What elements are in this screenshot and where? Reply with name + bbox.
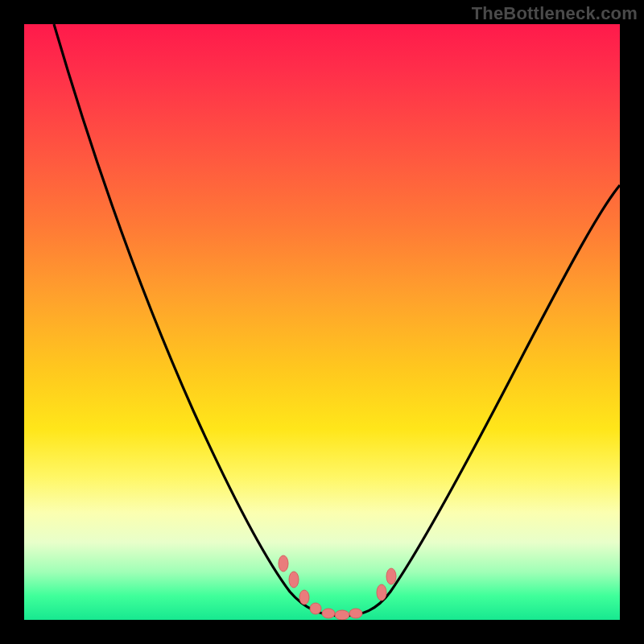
plot-area — [24, 24, 620, 620]
bottleneck-curve-path — [54, 24, 620, 616]
highlight-cluster — [279, 555, 396, 620]
outer-frame: TheBottleneck.com — [0, 0, 644, 644]
svg-point-2 — [299, 590, 309, 605]
svg-point-1 — [289, 572, 299, 588]
svg-point-0 — [279, 555, 288, 572]
svg-point-8 — [386, 568, 396, 584]
svg-point-6 — [349, 609, 362, 618]
watermark-text: TheBottleneck.com — [472, 3, 638, 24]
svg-point-3 — [310, 603, 321, 614]
svg-point-7 — [377, 584, 386, 601]
bottleneck-curve-svg — [24, 24, 620, 620]
svg-point-5 — [335, 610, 349, 620]
svg-point-4 — [322, 609, 335, 618]
